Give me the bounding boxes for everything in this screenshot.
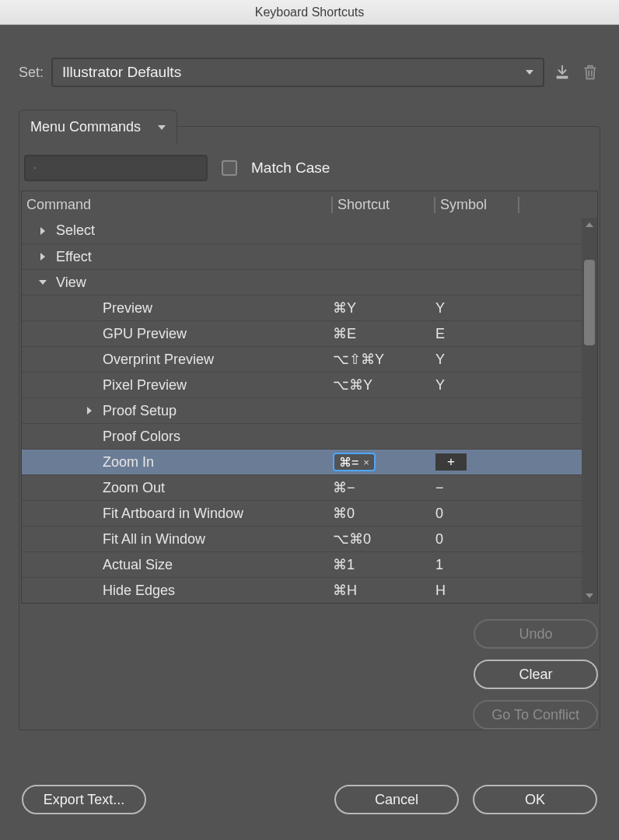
save-set-button[interactable] bbox=[552, 62, 572, 82]
row-shortcut[interactable]: ⌥⌘Y bbox=[333, 376, 435, 394]
table-row[interactable]: Overprint Preview⌥⇧⌘YY bbox=[22, 346, 582, 372]
cancel-button[interactable]: Cancel bbox=[334, 785, 459, 814]
undo-button: Undo bbox=[474, 619, 598, 649]
search-icon bbox=[33, 162, 37, 174]
row-symbol[interactable]: Y bbox=[435, 377, 582, 394]
row-label: Fit Artboard in Window bbox=[103, 506, 243, 522]
row-label: Overprint Preview bbox=[103, 352, 214, 368]
clear-button[interactable]: Clear bbox=[474, 660, 598, 689]
col-shortcut[interactable]: Shortcut bbox=[333, 197, 435, 213]
chevron-down-icon bbox=[158, 125, 166, 130]
save-download-icon bbox=[554, 64, 571, 81]
row-shortcut[interactable]: ⌥⇧⌘Y bbox=[333, 351, 435, 368]
row-symbol[interactable]: Y bbox=[435, 300, 582, 317]
row-label: Preview bbox=[103, 300, 152, 317]
table-row[interactable]: Fit All in Window⌥⌘00 bbox=[22, 526, 582, 551]
row-label: Actual Size bbox=[103, 557, 173, 573]
category-select[interactable]: Menu Commands bbox=[19, 110, 177, 144]
row-symbol[interactable]: E bbox=[435, 326, 582, 342]
row-label: Proof Colors bbox=[103, 429, 180, 445]
scroll-up-button[interactable] bbox=[582, 219, 597, 230]
table-row[interactable]: Pixel Preview⌥⌘YY bbox=[22, 372, 582, 397]
row-shortcut[interactable]: ⌘Y bbox=[333, 299, 435, 317]
search-field[interactable] bbox=[43, 161, 198, 175]
row-label: Zoom In bbox=[103, 454, 154, 471]
col-symbol[interactable]: Symbol bbox=[435, 197, 519, 213]
export-text-button[interactable]: Export Text... bbox=[22, 785, 146, 814]
disclosure-toggle bbox=[37, 253, 48, 261]
table-row[interactable]: Preview⌘YY bbox=[22, 295, 582, 320]
table-row[interactable]: Fit Artboard in Window⌘00 bbox=[22, 500, 582, 526]
row-label: Fit All in Window bbox=[103, 531, 205, 548]
row-symbol[interactable]: H bbox=[435, 583, 582, 599]
search-input[interactable] bbox=[24, 155, 208, 181]
set-select-value: Illustrator Defaults bbox=[62, 64, 181, 81]
shortcuts-table: Command Shortcut Symbol SelectEffectView… bbox=[21, 191, 598, 604]
chevron-up-icon bbox=[586, 222, 593, 227]
row-symbol[interactable]: − bbox=[435, 480, 582, 496]
row-label: Select bbox=[56, 222, 95, 239]
set-label: Set: bbox=[19, 65, 44, 81]
table-row[interactable]: GPU Preview⌘EE bbox=[22, 320, 582, 346]
table-scrollbar[interactable] bbox=[582, 218, 597, 603]
table-group-row[interactable]: Select bbox=[22, 218, 582, 243]
ok-button[interactable]: OK bbox=[473, 785, 597, 814]
chevron-down-icon bbox=[526, 70, 533, 75]
table-row[interactable]: Zoom In⌘=×+ bbox=[22, 449, 582, 474]
chevron-down-icon bbox=[586, 593, 593, 598]
svg-line-1 bbox=[36, 169, 37, 170]
disclosure-toggle bbox=[37, 227, 48, 235]
trash-icon bbox=[582, 64, 599, 81]
chevron-right-icon bbox=[40, 253, 45, 261]
table-group-row[interactable]: View bbox=[22, 269, 582, 295]
row-symbol[interactable]: 0 bbox=[435, 506, 582, 522]
row-label: Pixel Preview bbox=[103, 377, 187, 394]
table-row[interactable]: Hide Edges⌘HH bbox=[22, 577, 582, 603]
row-shortcut[interactable]: ⌘=× bbox=[333, 453, 435, 471]
chevron-right-icon bbox=[87, 407, 92, 415]
window-title: Keyboard Shortcuts bbox=[255, 5, 365, 19]
row-label: Proof Setup bbox=[103, 403, 177, 419]
shortcuts-panel: Menu Commands Match Case Command Shortcu… bbox=[19, 126, 600, 730]
row-shortcut[interactable]: ⌘1 bbox=[333, 556, 435, 573]
svg-point-0 bbox=[34, 167, 36, 169]
row-shortcut[interactable]: ⌘E bbox=[333, 325, 435, 342]
row-shortcut[interactable]: ⌘− bbox=[333, 479, 435, 496]
scroll-thumb[interactable] bbox=[584, 260, 595, 345]
window-titlebar: Keyboard Shortcuts bbox=[0, 0, 619, 25]
match-case-checkbox[interactable] bbox=[222, 160, 237, 176]
table-group-row[interactable]: Proof Setup bbox=[22, 397, 582, 423]
disclosure-toggle bbox=[84, 407, 95, 415]
clear-shortcut-icon[interactable]: × bbox=[363, 457, 369, 468]
scroll-down-button[interactable] bbox=[582, 590, 597, 601]
row-label: Zoom Out bbox=[103, 480, 165, 496]
row-label: Effect bbox=[56, 249, 92, 265]
col-command[interactable]: Command bbox=[22, 197, 333, 213]
row-symbol[interactable]: 1 bbox=[435, 557, 582, 573]
match-case-label: Match Case bbox=[251, 159, 330, 177]
table-row[interactable]: Actual Size⌘11 bbox=[22, 551, 582, 577]
row-shortcut[interactable]: ⌘0 bbox=[333, 505, 435, 522]
delete-set-button[interactable] bbox=[580, 62, 600, 82]
row-shortcut[interactable]: ⌥⌘0 bbox=[333, 530, 435, 548]
chevron-down-icon bbox=[39, 280, 47, 285]
row-label: GPU Preview bbox=[103, 326, 187, 342]
row-label: View bbox=[56, 275, 86, 291]
category-value: Menu Commands bbox=[30, 119, 141, 135]
chevron-right-icon bbox=[40, 227, 45, 235]
row-symbol[interactable]: + bbox=[435, 453, 582, 471]
table-group-row[interactable]: Effect bbox=[22, 243, 582, 269]
shortcut-edit-field[interactable]: ⌘=× bbox=[333, 453, 376, 471]
symbol-edit-field[interactable]: + bbox=[435, 453, 467, 471]
row-symbol[interactable]: Y bbox=[435, 352, 582, 368]
set-select[interactable]: Illustrator Defaults bbox=[51, 58, 544, 87]
row-shortcut[interactable]: ⌘H bbox=[333, 582, 435, 599]
table-header: Command Shortcut Symbol bbox=[22, 191, 597, 218]
table-row[interactable]: Zoom Out⌘−− bbox=[22, 474, 582, 500]
table-row[interactable]: Proof Colors bbox=[22, 423, 582, 449]
goto-conflict-button: Go To Conflict bbox=[473, 700, 598, 730]
row-label: Hide Edges bbox=[103, 583, 175, 599]
disclosure-toggle bbox=[37, 280, 48, 285]
row-symbol[interactable]: 0 bbox=[435, 531, 582, 548]
